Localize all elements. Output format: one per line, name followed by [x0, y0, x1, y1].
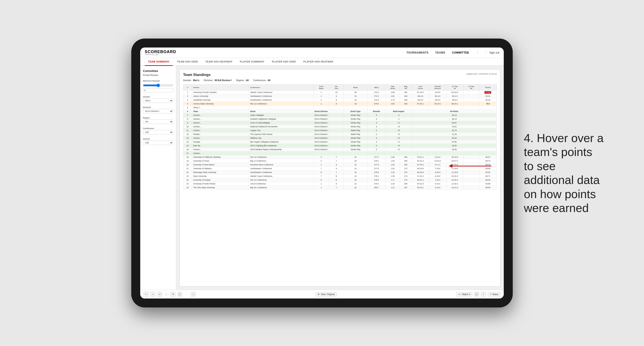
comment-button[interactable]: 💬	[474, 292, 479, 297]
nav-committee[interactable]: COMMITTEE	[452, 51, 469, 54]
cell-school: The Ohio State University	[192, 186, 249, 189]
cell-num: 15	[183, 144, 192, 148]
cell-points[interactable]: 88.70	[479, 159, 496, 163]
table-row[interactable]: 1 University of North Carolina Atlantic …	[183, 91, 497, 94]
tab-team-h2h-grid[interactable]: TEAM H2H GRID	[174, 58, 201, 66]
cell-points[interactable]: 83.07	[479, 155, 496, 159]
filter-conference-value: All	[268, 79, 270, 82]
tablet-frame: SCOREBOARD Powered by clipp TOURNAMENTS …	[131, 38, 513, 308]
expanded-row[interactable]: 16 Univers... 2023 Sahalee Players Champ…	[183, 148, 497, 152]
tab-player-h2h-grid[interactable]: PLAYER H2H GRID	[269, 58, 299, 66]
expanded-row[interactable]: 7 Univers... Cabo Collegiate NCAA Divisi…	[183, 113, 497, 117]
cell-avg-sg: 269	[400, 182, 412, 186]
table-row[interactable]: 26 The Ohio State University Big Ten Con…	[183, 186, 497, 189]
school-select[interactable]: (All)	[143, 141, 173, 145]
cell-low-score: 87-25-1	[412, 102, 429, 106]
cell-no-tour: 7	[329, 159, 344, 163]
min-rounds-slider[interactable]	[143, 84, 173, 87]
cell-event: The Cypress Point Classic	[249, 133, 314, 136]
cell-points[interactable]: 93.31	[479, 94, 496, 98]
share-label: Share	[492, 293, 498, 296]
division-select[interactable]: NCAA Division I NCAA Division II NCAA Di…	[143, 109, 173, 113]
cell-event-type: Stroke Play	[344, 136, 367, 140]
cell-w-points: 50.44	[412, 136, 496, 140]
expanded-row[interactable]: 17 Univers...	[183, 152, 497, 155]
cell-points[interactable]: 90.30	[479, 98, 496, 102]
cell-points[interactable]: 88.94	[479, 186, 496, 189]
table-row[interactable]: 3 Vanderbilt University Southeastern Con…	[183, 98, 497, 102]
cell-adj-score: 1.45	[386, 159, 400, 163]
cell-rank-impact: +0	[386, 136, 412, 140]
nav-teams[interactable]: TEAMS	[435, 51, 446, 54]
tab-player-h2h-heatmap[interactable]: PLAYER H2H HEATMAP	[300, 58, 336, 66]
table-row-highlighted[interactable]: 4 Arizona State University Pac-12 Confer…	[183, 102, 497, 106]
tab-team-summary[interactable]: TEAM SUMMARY	[145, 58, 173, 66]
tablet-screen: SCOREBOARD Powered by clipp TOURNAMENTS …	[140, 47, 504, 299]
region-select[interactable]: N/A East West Central	[143, 119, 173, 124]
cell-avg-sg: 266	[400, 159, 412, 163]
clock-icon[interactable]: 🕐	[191, 292, 196, 297]
table-row[interactable]: 23 Duke University Atlantic Coast Confer…	[183, 174, 497, 178]
conference-select[interactable]: (All) Atlantic Coast Conference Southeas…	[143, 130, 173, 135]
cell-empty	[249, 152, 497, 155]
expanded-row[interactable]: 13 Univers... Williams Cup NCAA Division…	[183, 136, 497, 140]
watch-button[interactable]: 👀 Watch ▾	[456, 292, 472, 297]
tab-player-summary[interactable]: PLAYER SUMMARY	[237, 58, 268, 66]
cell-event-type: Stroke Play	[344, 144, 367, 148]
view-original-button[interactable]: 👁 View: Original	[316, 292, 336, 297]
col-wins: Wins	[367, 84, 386, 91]
cell-rank: 21	[183, 167, 192, 171]
expanded-row[interactable]: 9 Univers... Amer An Intercollegiate NCA…	[183, 121, 497, 125]
expanded-row[interactable]: 12 Florida I The Cypress Point Classic N…	[183, 133, 497, 136]
cell-points[interactable]: 83.89	[479, 182, 496, 186]
copy-button[interactable]: ⧉	[170, 292, 176, 297]
cell-points[interactable]: 83.81	[479, 171, 496, 174]
sign-out-link[interactable]: Sign out	[486, 51, 499, 54]
tab-team-h2h-heatmap[interactable]: TEAM H2H HEATMAP	[202, 58, 236, 66]
cell-points[interactable]: 88.48	[479, 167, 496, 171]
cell-conf-rank: 1	[313, 186, 329, 189]
cell-points[interactable]: 88.54	[479, 178, 496, 182]
cell-overall: 4-15-0	[429, 174, 446, 178]
table-row[interactable]: 18 University of California, Berkeley Pa…	[183, 155, 497, 159]
cell-rounds: 3	[367, 121, 386, 125]
cell-vs25: 11-23-0	[446, 171, 463, 174]
gender-select[interactable]: Men's Women's	[143, 98, 173, 103]
share-button[interactable]: ↗ Share	[488, 292, 500, 297]
table-row[interactable]: 5 Texas T...	[183, 106, 497, 110]
nav-links: TOURNAMENTS TEAMS COMMITTEE | Sign out	[406, 51, 499, 55]
watch-icon: 👀	[458, 293, 461, 296]
cell-points[interactable]: 78.5	[479, 102, 496, 106]
cell-adj-score: 1.60	[386, 155, 400, 159]
cell-points[interactable]: 88.71	[479, 174, 496, 178]
cell-event-type: Match Play	[344, 133, 367, 136]
cell-rank: 4	[183, 102, 192, 106]
table-row[interactable]: 22 Mississippi State University Southeas…	[183, 171, 497, 174]
cell-event-div: NCAA Division I	[313, 148, 344, 152]
cell-points[interactable]: 97.02	[479, 91, 496, 94]
cell-team: Team	[192, 110, 249, 113]
expanded-row[interactable]: 14 Georgia Ben Hogan Collegiate Invitati…	[183, 140, 497, 144]
cell-overall: 6-12-0	[429, 155, 446, 159]
undo-button[interactable]: ↩	[144, 292, 148, 297]
table-row[interactable]: 2 Auburn University Southeastern Confere…	[183, 94, 497, 98]
table-row[interactable]: 19 University of Texas Big 12 Conference…	[183, 159, 497, 163]
table-row[interactable]: 25 University of North Florida ASUN Conf…	[183, 182, 497, 186]
paste-button[interactable]: 📋	[177, 292, 182, 297]
cell-conf-rank: 1	[313, 102, 329, 106]
min-rounds-input[interactable]	[143, 88, 173, 92]
expanded-row[interactable]: 11 Univers... Copper Cup NCAA Division I…	[183, 129, 497, 133]
refresh-button[interactable]: ↺	[157, 292, 162, 297]
cell-num: 9	[183, 121, 192, 125]
expanded-row[interactable]: 15 East Tac OFCC Fighting Illini Invitat…	[183, 144, 497, 148]
cell-conference: Pac-12 Conference	[249, 155, 314, 159]
table-row[interactable]: 24 University of Oregon Pac-12 Conferenc…	[183, 178, 497, 182]
cell-points[interactable]	[479, 106, 496, 110]
expanded-row[interactable]: 10 Univers... National Invitational Tour…	[183, 125, 497, 129]
redo-button[interactable]: ↪	[150, 292, 155, 297]
cell-conf-rank	[313, 106, 329, 110]
cell-conf-rank: 1	[313, 182, 329, 186]
nav-tournaments[interactable]: TOURNAMENTS	[406, 51, 428, 54]
expand-button[interactable]: ⤢	[481, 292, 486, 297]
expanded-row[interactable]: 8 Univers... Southern Highlands Collegia…	[183, 117, 497, 121]
